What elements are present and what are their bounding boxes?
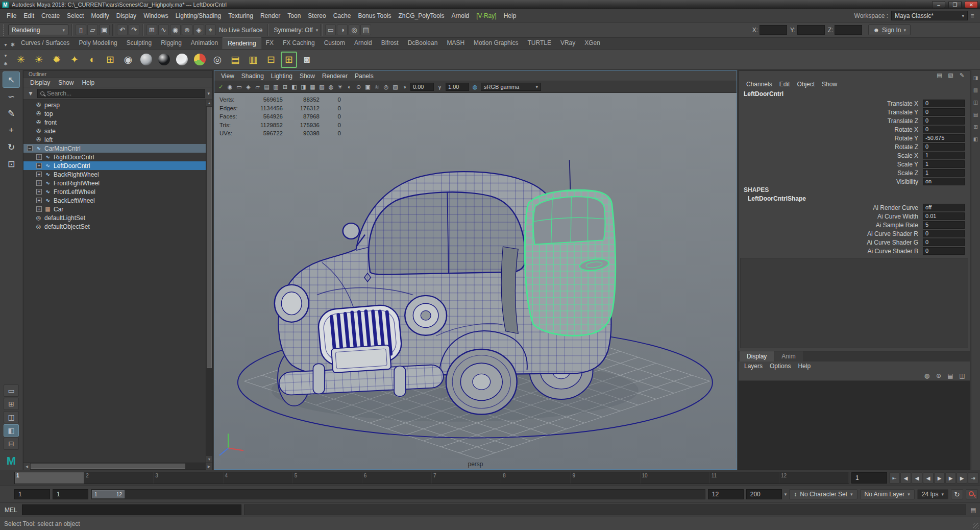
menu-set-dropdown[interactable]: Rendering ▾ [8, 25, 68, 35]
lights-icon[interactable]: ☀ [336, 83, 345, 91]
channel-value-field[interactable]: 1 [923, 169, 965, 177]
channel-value-field[interactable]: 0 [923, 230, 965, 237]
render-settings-icon[interactable]: ▤ [227, 52, 243, 68]
volume-light-icon[interactable]: ◐ [84, 52, 101, 68]
menu-v-ray[interactable]: [V-Ray] [473, 10, 500, 21]
frame-2[interactable]: 2 [84, 472, 154, 484]
resolution-gate-icon[interactable]: ▥ [272, 83, 280, 91]
shelf-tab-curves-surfaces[interactable]: Curves / Surfaces [16, 37, 74, 49]
outliner-menu-help[interactable]: Help [78, 78, 98, 87]
motion-blur-icon[interactable]: ≋ [373, 83, 381, 91]
outliner-menu-show[interactable]: Show [55, 78, 77, 87]
workspace-dropdown[interactable]: Maya Classic* ▾ [891, 11, 968, 20]
scale-tool[interactable]: ⊡ [3, 156, 20, 172]
channelbox-menu-show[interactable]: Show [818, 80, 841, 89]
channelbox-toggle-icon[interactable]: ▤ [936, 71, 943, 79]
snap-grid-icon[interactable]: ⊞ [146, 25, 157, 35]
title-bar[interactable]: M Autodesk Maya 2018: C:\_CURRENT\cars\S… [0, 0, 980, 9]
channel-value-field[interactable]: 5 [923, 221, 965, 229]
symmetry-dropdown[interactable]: Symmetry: Off [272, 27, 314, 34]
channel-label[interactable]: Translate Y [887, 109, 918, 116]
expand-toggle-icon[interactable]: + [36, 154, 42, 160]
scroll-down-icon[interactable]: ▼ [206, 456, 212, 463]
menu-modify[interactable]: Modify [87, 10, 112, 21]
expand-toggle-icon[interactable] [27, 111, 33, 116]
selected-camera-check-icon[interactable]: ✓ [216, 83, 225, 91]
use-default-material-icon[interactable]: ▣ [363, 83, 372, 91]
channel-value-field[interactable]: 1 [923, 152, 965, 159]
go-to-end-button[interactable]: ⇥ [968, 472, 978, 484]
menu-arnold[interactable]: Arnold [448, 10, 473, 21]
expand-toggle-icon[interactable]: + [36, 206, 42, 212]
outliner-item-leftdoorcntrl[interactable]: + LeftDoorCntrl [23, 161, 206, 170]
camera-attributes-icon[interactable]: ▭ [235, 83, 243, 91]
script-editor-icon[interactable]: ▤ [969, 505, 978, 515]
channel-row-ai-curve-width[interactable]: Ai Curve Width 0.01 [739, 212, 970, 221]
shelf-tab-animation[interactable]: Animation [186, 37, 223, 49]
channel-row-rotate-z[interactable]: Rotate Z 0 [739, 142, 970, 151]
viewport-menu-panels[interactable]: Panels [351, 71, 377, 81]
auto-keyframe-button[interactable] [966, 489, 978, 499]
channel-value-field[interactable]: 0 [923, 126, 965, 133]
channel-label[interactable]: Scale Y [897, 161, 918, 168]
camera-lock-icon[interactable]: ◉ [226, 83, 234, 91]
channelbox-menu-channels[interactable]: Channels [743, 80, 776, 89]
command-mode-button[interactable]: MEL [2, 507, 19, 514]
close-button[interactable]: ✕ [965, 1, 978, 8]
outliner-item-persp[interactable]: persp [23, 101, 206, 109]
exposure-field[interactable]: 0.00 [410, 83, 434, 91]
colorspace-dropdown[interactable]: sRGB gamma ▾ [481, 83, 541, 91]
channel-row-visibility[interactable]: Visibility on [739, 177, 970, 186]
channel-row-scale-x[interactable]: Scale X 1 [739, 151, 970, 160]
channel-label[interactable]: Ai Curve Width [877, 213, 918, 220]
channel-label[interactable]: Ai Curve Shader R [867, 230, 918, 237]
expand-toggle-icon[interactable] [27, 137, 33, 142]
sidebar-tool-settings-icon[interactable]: ◫ [972, 99, 979, 106]
menu-help[interactable]: Help [500, 10, 520, 21]
frame-10[interactable]: 10 [641, 472, 710, 484]
safe-action-icon[interactable]: ◨ [299, 83, 308, 91]
menu-render[interactable]: Render [257, 10, 284, 21]
channel-row-translate-x[interactable]: Translate X 0 [739, 99, 970, 108]
save-scene-icon[interactable]: ▣ [99, 25, 110, 35]
menu-display[interactable]: Display [113, 10, 140, 21]
viewport-menu-view[interactable]: View [217, 71, 238, 81]
menu-edit[interactable]: Edit [20, 10, 38, 21]
scrollbar-track[interactable] [186, 463, 206, 469]
lambert-material-icon[interactable] [174, 52, 190, 68]
new-scene-icon[interactable]: ▯ [76, 25, 86, 35]
menu-zhcg-polytools[interactable]: ZhCG_PolyTools [395, 10, 448, 21]
channel-label[interactable]: Translate Z [888, 117, 918, 125]
outliner-item-carmaincntrl[interactable]: − CarMainCntrl [23, 144, 206, 153]
expand-toggle-icon[interactable]: + [36, 180, 42, 186]
gamma-icon[interactable]: γ [435, 83, 444, 91]
no-live-surface-label[interactable]: No Live Surface [217, 27, 264, 34]
viewport-canvas[interactable]: Verts: 569615 88352 0 Edges: 1134456 176… [214, 93, 737, 469]
channel-label[interactable]: Rotate X [894, 126, 918, 133]
shading-group-icon[interactable]: ◉ [120, 52, 136, 68]
range-slider-handle[interactable]: 1 12 [92, 490, 125, 498]
frame-6[interactable]: 6 [362, 472, 432, 484]
left-door-selected[interactable] [525, 190, 615, 335]
shaded-mode-icon[interactable]: ◐ [345, 83, 354, 91]
spot-light-icon[interactable]: ☀ [31, 52, 47, 68]
shelf-tab-mash[interactable]: MASH [442, 37, 469, 49]
snap-plane-icon[interactable]: ◈ [193, 25, 204, 35]
maximize-button[interactable]: ❐ [948, 1, 962, 8]
channel-label[interactable]: Scale Z [897, 170, 918, 177]
channel-row-ai-curve-shader-b[interactable]: Ai Curve Shader B 0 [739, 247, 970, 255]
channel-row-ai-curve-shader-g[interactable]: Ai Curve Shader G 0 [739, 238, 970, 247]
character-set-dropdown[interactable]: ↕ No Character Set ▾ [789, 489, 857, 499]
selected-node-name[interactable]: LeftDoorCntrl [739, 89, 970, 99]
outliner-item-frontleftwheel[interactable]: + FrontLeftWheel [23, 187, 206, 196]
layout-outliner-persp-button[interactable]: ◧ [4, 424, 19, 437]
shelf-gear-icon[interactable]: ✱ [2, 60, 9, 67]
channel-row-ai-curve-shader-r[interactable]: Ai Curve Shader R 0 [739, 229, 970, 238]
expand-toggle-icon[interactable] [27, 224, 33, 229]
snap-center-icon[interactable]: ⊚ [182, 25, 192, 35]
shelf-tab-fx-caching[interactable]: FX Caching [278, 37, 320, 49]
shelf-tab-arnold[interactable]: Arnold [350, 37, 377, 49]
exposure-icon[interactable]: ◑ [400, 83, 409, 91]
create-empty-layer-icon[interactable]: ⊕ [934, 371, 943, 380]
tool-settings-toggle-icon[interactable]: ✎ [958, 71, 966, 79]
